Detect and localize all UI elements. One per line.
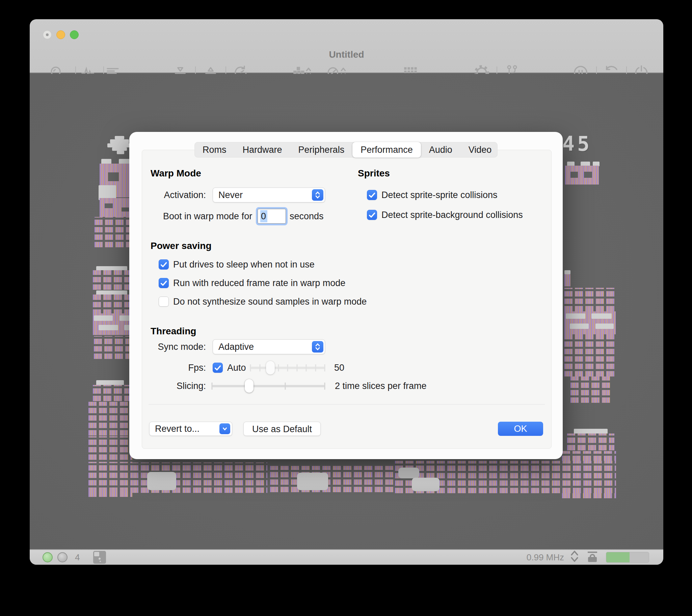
- preferences-dialog: Roms Hardware Peripherals Performance Au…: [129, 132, 563, 459]
- slicing-value: 2 time slices per frame: [335, 378, 427, 393]
- sprite-sprite-collisions-row[interactable]: Detect sprite-sprite collisions: [367, 188, 498, 202]
- floppy-disk-icon: [93, 551, 106, 564]
- slicing-slider[interactable]: [212, 378, 325, 393]
- game-sprite: [564, 334, 615, 376]
- fps-label: Fps:: [150, 360, 206, 375]
- sprite-background-collisions-label: Detect sprite-background collisions: [381, 210, 523, 220]
- warp-mode-heading: Warp Mode: [150, 168, 201, 179]
- preferences-tab-bar: Roms Hardware Peripherals Performance Au…: [194, 142, 498, 157]
- cpu-speed: 0.99 MHz: [527, 552, 564, 563]
- sprites-heading: Sprites: [358, 168, 390, 179]
- game-sprite: [94, 336, 130, 359]
- sync-mode-value: Adaptive: [213, 342, 312, 352]
- game-sprite: [107, 144, 132, 148]
- threading-heading: Threading: [150, 326, 196, 337]
- game-sprite: [93, 294, 131, 315]
- activity-progress-bar: [606, 552, 649, 563]
- no-sound-synth-label: Do not synthesize sound samples in warp …: [173, 296, 366, 307]
- game-sprite: [94, 315, 113, 321]
- game-sprite: [99, 325, 118, 330]
- power-saving-heading: Power saving: [150, 241, 212, 251]
- no-sound-synth-row[interactable]: Do not synthesize sound samples in warp …: [159, 294, 366, 309]
- tab-audio[interactable]: Audio: [421, 142, 460, 157]
- warp-activation-value: Never: [213, 190, 312, 200]
- sync-mode-label: Sync mode:: [150, 339, 206, 354]
- drive-sleep-checkbox[interactable]: [159, 259, 169, 269]
- popup-updown-icon: [312, 341, 323, 353]
- game-sprite: [595, 324, 614, 329]
- game-sprite: [564, 288, 615, 311]
- fps-auto-label: Auto: [227, 362, 246, 373]
- speed-stepper-icon[interactable]: [569, 550, 580, 565]
- game-sprite: [88, 462, 267, 493]
- game-sprite: [147, 472, 176, 490]
- emulator-window: Untitled Inspectors: [30, 19, 663, 565]
- window-zoom-button[interactable]: [70, 30, 79, 39]
- revert-to-label: Revert to...: [149, 424, 219, 434]
- reduced-framerate-row[interactable]: Run with reduced frame rate in warp mode: [159, 276, 345, 290]
- ok-button[interactable]: OK: [498, 422, 543, 436]
- drive-sleep-row[interactable]: Put drives to sleep when not in use: [159, 257, 315, 272]
- boot-warp-suffix: seconds: [290, 209, 324, 224]
- use-as-default-button[interactable]: Use as Default: [244, 422, 321, 436]
- game-sprite: [93, 270, 131, 290]
- fps-auto-row[interactable]: Auto: [213, 360, 246, 375]
- game-sprite: [110, 139, 129, 144]
- reduced-framerate-checkbox[interactable]: [159, 278, 169, 288]
- warp-activation-popup[interactable]: Never: [213, 188, 325, 202]
- warp-lock-icon[interactable]: [588, 552, 597, 563]
- footer-separator: [148, 404, 545, 404]
- boot-warp-seconds-field[interactable]: 0: [257, 209, 286, 224]
- reduced-framerate-label: Run with reduced frame rate in warp mode: [173, 278, 345, 288]
- fps-slider-thumb[interactable]: [266, 361, 275, 374]
- window-title: Untitled: [30, 49, 663, 60]
- sprite-background-collisions-checkbox[interactable]: [367, 210, 377, 220]
- activation-label: Activation:: [150, 188, 206, 202]
- game-sprite: [88, 402, 131, 436]
- game-sprite: [570, 172, 578, 178]
- revert-to-popup[interactable]: Revert to...: [149, 422, 232, 436]
- tab-video[interactable]: Video: [460, 142, 500, 157]
- window-minimize-button[interactable]: [56, 30, 65, 39]
- game-sprite: [570, 376, 611, 403]
- fps-auto-checkbox[interactable]: [213, 362, 223, 373]
- game-sprite: [412, 478, 440, 491]
- status-bar: 4 0.99 MHz: [30, 549, 663, 565]
- game-sprite: [117, 151, 124, 154]
- sprite-background-collisions-row[interactable]: Detect sprite-background collisions: [367, 207, 523, 222]
- fps-slider[interactable]: [250, 360, 325, 375]
- game-score-text: 45: [562, 132, 592, 155]
- game-sprite: [108, 172, 119, 181]
- tab-performance[interactable]: Performance: [352, 142, 421, 157]
- game-sprite: [105, 203, 113, 208]
- sync-mode-popup[interactable]: Adaptive: [213, 339, 325, 354]
- tab-hardware[interactable]: Hardware: [235, 142, 290, 157]
- game-sprite: [566, 313, 585, 319]
- sprite-sprite-collisions-label: Detect sprite-sprite collisions: [381, 190, 498, 200]
- game-sprite: [570, 324, 589, 329]
- game-sprite: [122, 207, 129, 212]
- tab-roms[interactable]: Roms: [194, 142, 235, 157]
- game-sprite: [564, 274, 570, 286]
- game-sprite: [270, 466, 395, 492]
- drive-led: [57, 552, 67, 563]
- power-led: [43, 552, 53, 563]
- tab-peripherals[interactable]: Peripherals: [290, 142, 353, 157]
- game-sprite: [93, 385, 129, 401]
- boot-warp-prefix: Boot in warp mode for: [163, 209, 252, 224]
- game-sprite: [584, 172, 592, 178]
- game-sprite: [567, 434, 614, 450]
- no-sound-synth-checkbox[interactable]: [159, 296, 169, 307]
- chevron-down-icon: [219, 423, 230, 434]
- slicing-slider-thumb[interactable]: [245, 379, 253, 393]
- boot-warp-seconds-value: 0: [260, 210, 267, 222]
- window-close-button[interactable]: [43, 30, 51, 39]
- game-sprite: [591, 313, 612, 319]
- sprite-sprite-collisions-checkbox[interactable]: [367, 190, 377, 200]
- popup-updown-icon: [312, 189, 323, 201]
- game-sprite: [398, 467, 419, 478]
- fps-value: 50: [334, 360, 344, 375]
- game-sprite: [112, 148, 127, 151]
- game-sprite: [565, 166, 599, 184]
- drive-sleep-label: Put drives to sleep when not in use: [173, 259, 315, 270]
